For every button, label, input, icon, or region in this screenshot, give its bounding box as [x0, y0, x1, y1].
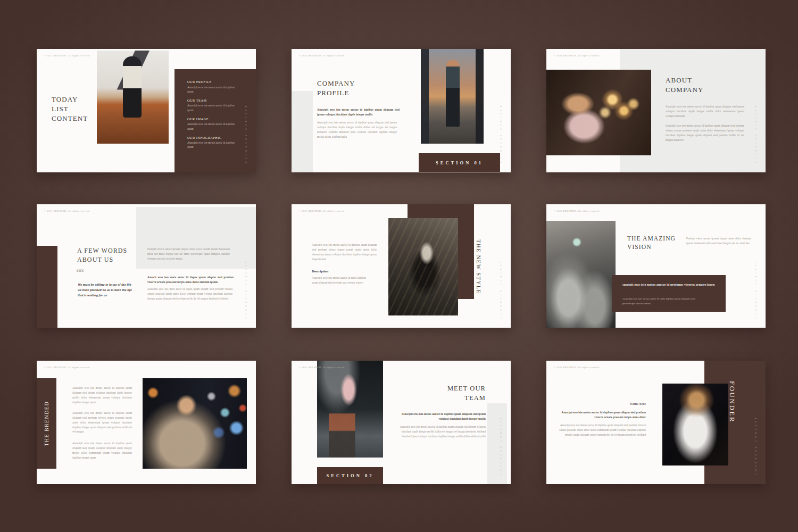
- copyright-text: © 2021 BRENDED. All rights reserved: [554, 210, 599, 212]
- list-item-body: Asuscipit eros iste metus auctor id dapi…: [187, 140, 237, 149]
- gray-accent-block: [292, 91, 313, 172]
- copyright-text: © 2021 BRENDED. All rights reserved: [299, 54, 344, 57]
- list-item-label: OUR PROFILE: [187, 80, 237, 84]
- model-silhouette: [123, 56, 142, 118]
- lead-paragraph: Asuscit eros iste meta autor id dapus qu…: [147, 275, 234, 285]
- founder-name-label: Name here: [562, 402, 646, 406]
- list-item: OUR TEAM Asuscipit eros iste metus aucto…: [187, 98, 237, 112]
- copyright-text: © 2021 BRENDED. All rights reserved: [554, 366, 599, 369]
- slide-meet-our-team: © 2021 BRENDED. All rights reserved MEET…: [292, 361, 511, 484]
- title-line: PROFILE: [317, 88, 355, 98]
- photo-founder-portrait: [662, 384, 728, 466]
- photo-woman-fur-bokeh: [143, 378, 247, 469]
- vertical-slide-title: THE BRENDED: [44, 401, 49, 446]
- list-item-label: OUR TEAM: [187, 98, 237, 102]
- list-item: OUR INFOGRAPHIC Asuscipit eros iste metu…: [187, 136, 237, 149]
- vertical-brand-text: LOOKBOOK CONCEPT: [754, 88, 757, 163]
- body-paragraph: Asuscipit eros iste metus auctor id null…: [312, 276, 366, 285]
- section-label: SECTION 01: [436, 160, 483, 165]
- section-02-bar: SECTION 02: [317, 467, 383, 484]
- callout-heading: suscipit eros iste metus auctor id preti…: [622, 282, 719, 287]
- copyright-text: © 2021 BRENDED. All rights reserved: [44, 366, 89, 369]
- slide-the-amazing-vision: © 2021 BRENDED. All rights reserved THE …: [546, 204, 766, 328]
- photo-man-on-steps: [317, 361, 383, 458]
- photo-woman-car-interior: [546, 221, 616, 328]
- body-paragraph: Asuscipit eros iste mets autor id dapus …: [147, 287, 232, 301]
- title-line: TODAY: [52, 95, 88, 104]
- gray-accent-block: [487, 403, 507, 484]
- title-line: TEAM: [403, 394, 486, 403]
- vertical-brand-text: LOOKBOOK CONCEPT: [500, 400, 502, 475]
- slide-title: A FEW WORDS ABOUT US: [77, 246, 127, 264]
- vertical-brand-text: LOOKBOOK CONCEPT: [754, 400, 757, 475]
- list-item-body: Asuscipit eros iste metus auctor id dapi…: [187, 122, 237, 131]
- slide-the-new-style: © 2021 BRENDED. All rights reserved Asus…: [292, 204, 511, 328]
- vertical-slide-title: THE NEW STYLE: [476, 239, 481, 305]
- slide-company-profile: © 2021 BRENDED. All rights reserved COMP…: [292, 49, 511, 172]
- list-item-body: Asuscipit eros iste metus auctor id dapi…: [187, 85, 237, 94]
- callout-body: Asuscipit eros iste metus auctor id null…: [622, 297, 703, 306]
- slide-a-few-words-about-us: © 2021 BRENDED. All rights reserved A FE…: [37, 204, 256, 328]
- slide-about-company: © 2021 BRENDED. All rights reserved ABOU…: [546, 49, 766, 172]
- slide-today-list-content: © 2021 BRENDED. All rights reserved TODA…: [37, 49, 256, 172]
- slide-title: TODAY LIST CONTENT: [52, 95, 88, 124]
- vertical-brand-text: LOOKBOOK CONCEPT: [500, 88, 502, 163]
- quote-text: We must be willing to let go of the life…: [78, 282, 134, 297]
- list-item-label: OUR INFOGRAPHIC: [187, 136, 237, 139]
- title-line: ABOUT: [666, 76, 704, 85]
- lead-paragraph: Asuscipit eros iste metus auctor id dapi…: [317, 107, 400, 117]
- gray-box-paragraph: Pretium vivera ornare ipraent turpisa an…: [147, 247, 230, 261]
- body-paragraph: Asuscipit eros iste metus auctor id dapi…: [72, 441, 132, 460]
- slide-title: MEET OUR TEAM: [403, 384, 486, 403]
- brown-accent-block: [37, 246, 57, 328]
- content-list: OUR PROFILE Asuscipit eros iste metus au…: [187, 80, 237, 154]
- slide-the-brended: © 2021 BRENDED. All rights reserved THE …: [37, 361, 256, 484]
- body-paragraph: Asuscipit eros iste metus auctor id dapi…: [72, 386, 132, 404]
- title-line: MEET OUR: [403, 384, 486, 394]
- copyright-text: © 2021 BRENDED. All rights reserved: [44, 54, 89, 57]
- slide-title: THE AMAZING VISION: [627, 234, 676, 251]
- title-line: THE AMAZING: [627, 234, 676, 243]
- body-paragraph: Asuscipit eros iste metus auctor id dapi…: [317, 120, 397, 139]
- slide-founder: © 2021 BRENDED. All rights reserved FOUN…: [546, 361, 766, 484]
- vertical-brand-text: LOOKBOOK CONCEPT: [754, 244, 757, 318]
- title-line: COMPANY: [666, 85, 704, 95]
- photo-woman-fairy-lights: [546, 70, 651, 155]
- copyright-text: © 2021 BRENDED. All rights reserved: [554, 54, 599, 57]
- description-label: Description: [312, 269, 328, 273]
- body-paragraph: Asuscipt eros iste metus auctor id dapib…: [557, 423, 646, 437]
- copyright-text: © 2021 BRENDED. All rights reserved: [299, 366, 344, 369]
- brown-callout-box: suscipit eros iste metus auctor id preti…: [612, 275, 726, 312]
- section-01-bar: SECTION 01: [419, 153, 500, 172]
- vertical-slide-title: FOUNDER: [728, 381, 736, 423]
- vertical-brand-text: LOOKBOOK CONCEPT: [245, 88, 247, 163]
- lead-paragraph: Asuscipit eros iste metus auctor id dapi…: [401, 412, 486, 421]
- photo-man-leather-jacket: [388, 218, 458, 315]
- body-paragraph: Asuscipit eros iste metus auctor id dapi…: [666, 123, 744, 142]
- list-item-body: Asuscipit eros iste metus auctor id dapi…: [187, 103, 237, 112]
- body-paragraph: Asuscipit eros iste metus auctor id dapi…: [398, 425, 486, 439]
- photo-man-sunset-street: [421, 49, 484, 144]
- body-paragraph: Asuscipit eros iste metus auctor id dapi…: [666, 104, 744, 119]
- list-item-label: OUR IMAGE: [187, 117, 237, 121]
- body-paragraph: Asuscipit eros iste metus auctor id dapi…: [312, 243, 377, 261]
- vertical-brand-text: LOOKBOOK CONCEPT: [247, 403, 250, 478]
- section-label: SECTION 02: [327, 473, 374, 478]
- copyright-text: © 2021 BRENDED. All rights reserved: [44, 210, 89, 212]
- brown-side-bar: THE BRENDED: [37, 378, 56, 469]
- list-item: OUR IMAGE Asuscipit eros iste metus auct…: [187, 117, 237, 131]
- body-paragraph: Pretium viera ornare ipraent turpsa ante…: [686, 236, 751, 246]
- list-item: OUR PROFILE Asuscipit eros iste metus au…: [187, 80, 237, 94]
- quote-icon: ““: [76, 267, 83, 278]
- vertical-brand-text: LOOKBOOK CONCEPT: [245, 244, 247, 318]
- copyright-text: © 2021 BRENDED. All rights reserved: [299, 210, 344, 212]
- slide-title: COMPANY PROFILE: [317, 79, 355, 98]
- lead-paragraph: Asuscipt eros iste metus auctor id dapib…: [557, 410, 646, 420]
- title-line: ABOUT US: [77, 255, 127, 264]
- vertical-brand-text: LOOKBOOK CONCEPT: [500, 244, 502, 318]
- slide-title: ABOUT COMPANY: [666, 76, 704, 95]
- title-line: COMPANY: [317, 79, 355, 88]
- title-line: VISION: [627, 243, 676, 251]
- title-line: LIST: [52, 104, 88, 114]
- model-silhouette: [446, 60, 460, 127]
